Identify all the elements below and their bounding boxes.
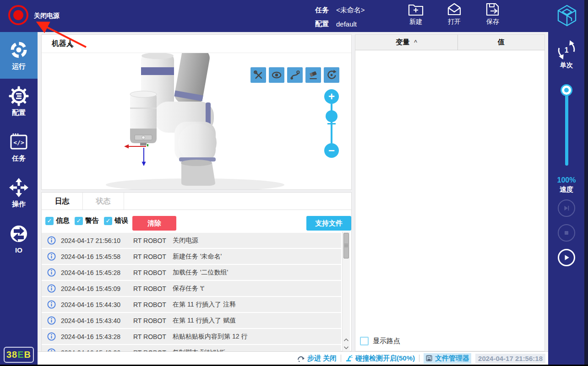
brand-logo-icon xyxy=(555,4,579,29)
chevron-up-icon xyxy=(343,338,349,342)
run-icon xyxy=(9,40,29,60)
speed-slider-knob[interactable] xyxy=(561,84,572,96)
file-manager-button[interactable]: 文件管理器 xyxy=(424,353,471,364)
view-visibility-button[interactable] xyxy=(269,67,284,83)
log-row: 2024-04-16 15:45:28 RT ROBOT 加载任务 '二位数组' xyxy=(42,265,341,280)
zoom-in-button[interactable]: + xyxy=(324,89,339,104)
badge-part: E xyxy=(17,350,24,360)
view-tools-button[interactable] xyxy=(250,67,266,83)
log-row: 2024-04-17 21:56:10 RT ROBOT 关闭电源 xyxy=(42,233,341,248)
save-task-button[interactable]: 保存 xyxy=(480,2,506,26)
stop-button[interactable] xyxy=(558,224,575,242)
support-files-button[interactable]: 支持文件 xyxy=(306,216,351,231)
config-label: 配置 xyxy=(315,20,332,28)
speed-value: 100% xyxy=(548,176,585,184)
collision-robot-icon xyxy=(345,355,353,362)
checkbox-checked-icon[interactable]: ✓ xyxy=(45,217,54,225)
step-mode-toggle[interactable]: 步进 关闭 xyxy=(297,354,337,363)
code-window-icon: </> xyxy=(9,132,29,152)
open-task-button[interactable]: 打开 xyxy=(441,2,467,26)
info-icon xyxy=(47,300,56,309)
scroll-up-button[interactable] xyxy=(343,336,350,344)
sidebar-item-io[interactable]: IO xyxy=(0,216,38,262)
sidebar-item-operate[interactable]: 操作 xyxy=(0,170,38,216)
stop-icon xyxy=(561,228,572,238)
zoom-slider-tick xyxy=(327,123,336,124)
log-message: 新建任务 '未命名' xyxy=(173,253,341,261)
play-button[interactable] xyxy=(558,249,575,266)
filter-info[interactable]: ✓ 信息 xyxy=(45,216,70,225)
log-row: 2024-04-16 15:43:26 RT ROBOT 复制脚本 到粘贴板 xyxy=(42,345,341,352)
tab-log[interactable]: 日志 xyxy=(42,193,83,210)
view-reset-rotation-button[interactable] xyxy=(324,67,339,83)
mode-label: 单次 xyxy=(548,61,585,70)
value-column-label: 值 xyxy=(498,38,505,47)
status-code-badge[interactable]: 38EB xyxy=(4,347,34,363)
info-icon xyxy=(47,268,56,277)
view-path-button[interactable] xyxy=(287,67,303,83)
log-list: 2024-04-17 21:56:10 RT ROBOT 关闭电源 2024-0… xyxy=(42,231,341,352)
sidebar-item-config[interactable]: 配置 xyxy=(0,79,38,124)
badge-part: 38 xyxy=(6,350,17,360)
topbar-actions: 新建 打开 保存 xyxy=(403,2,506,26)
tools-icon xyxy=(252,69,264,81)
sidebar-item-label: 配置 xyxy=(12,108,26,117)
robot-panel: 机器人 xyxy=(41,34,352,190)
filter-label: 错误 xyxy=(114,216,128,225)
filter-warning[interactable]: ✓ 警告 xyxy=(75,216,99,225)
file-manager-label: 文件管理器 xyxy=(435,354,469,363)
mode-count: 1 xyxy=(565,46,569,54)
collision-detection-toggle[interactable]: 碰撞检测开启(50%) xyxy=(345,354,415,363)
save-icon xyxy=(485,2,501,17)
sidebar-item-run[interactable]: 运行 xyxy=(0,32,38,79)
log-source: RT ROBOT xyxy=(133,237,173,244)
config-value: default xyxy=(336,20,357,28)
scrollbar-thumb[interactable] xyxy=(343,233,349,258)
sidebar-item-task[interactable]: </> 任务 xyxy=(0,124,38,170)
log-row: 2024-04-16 15:45:09 RT ROBOT 保存任务 't' xyxy=(42,281,341,296)
separator xyxy=(419,355,419,362)
sort-ascending-icon: ^ xyxy=(414,39,417,46)
new-task-button[interactable]: 新建 xyxy=(403,2,429,26)
log-tabs: 日志 状态 xyxy=(42,193,351,210)
log-time: 2024-04-16 15:45:58 xyxy=(61,253,133,260)
run-mode-button[interactable]: 1 xyxy=(556,39,577,62)
speed-slider-track[interactable] xyxy=(565,90,568,166)
zoom-out-button[interactable]: − xyxy=(324,143,339,158)
gear-icon xyxy=(9,86,29,106)
eye-icon xyxy=(271,69,283,81)
zoom-slider-knob[interactable] xyxy=(326,110,338,122)
scroll-down-button[interactable] xyxy=(343,344,350,351)
variable-column-label: 变量 xyxy=(396,38,409,47)
info-icon xyxy=(47,316,56,325)
log-row: 2024-04-16 15:45:58 RT ROBOT 新建任务 '未命名' xyxy=(42,249,341,264)
log-time: 2024-04-16 15:43:28 xyxy=(61,333,133,340)
sidebar-item-label: 任务 xyxy=(12,154,26,163)
checkbox-checked-icon[interactable]: ✓ xyxy=(75,217,83,225)
log-source: RT ROBOT xyxy=(133,301,173,308)
task-config-info: 任务 <未命名> 配置 default xyxy=(315,4,365,32)
filter-error[interactable]: ✓ 错误 xyxy=(104,216,128,225)
view-erase-button[interactable] xyxy=(305,67,321,83)
log-time: 2024-04-16 15:45:09 xyxy=(61,285,133,292)
log-source: RT ROBOT xyxy=(133,333,173,340)
checkbox-unchecked-icon[interactable] xyxy=(360,337,369,345)
step-forward-button[interactable] xyxy=(558,199,575,217)
log-filters: ✓ 信息 ✓ 警告 ✓ 错误 清除 支持文件 xyxy=(42,210,351,231)
log-scrollbar[interactable] xyxy=(342,231,350,352)
eraser-icon xyxy=(307,69,319,81)
clear-log-button[interactable]: 清除 xyxy=(132,216,176,231)
log-time: 2024-04-16 15:43:40 xyxy=(61,317,133,324)
log-message: 在第 11 行插入了 赋值 xyxy=(173,317,341,325)
open-icon xyxy=(446,2,463,17)
viewport-toolbar xyxy=(250,67,339,83)
checkbox-checked-icon[interactable]: ✓ xyxy=(104,217,112,225)
chevron-down-icon xyxy=(343,346,349,350)
robot-panel-header: 机器人 xyxy=(42,35,351,53)
tab-status[interactable]: 状态 xyxy=(83,193,124,210)
column-header-variable[interactable]: 变量 ^ xyxy=(355,35,458,50)
power-button[interactable] xyxy=(8,5,28,25)
badge-part: B xyxy=(24,350,31,360)
show-waypoints-toggle[interactable]: 显示路点 xyxy=(360,337,400,345)
log-time: 2024-04-16 15:44:30 xyxy=(61,301,133,308)
